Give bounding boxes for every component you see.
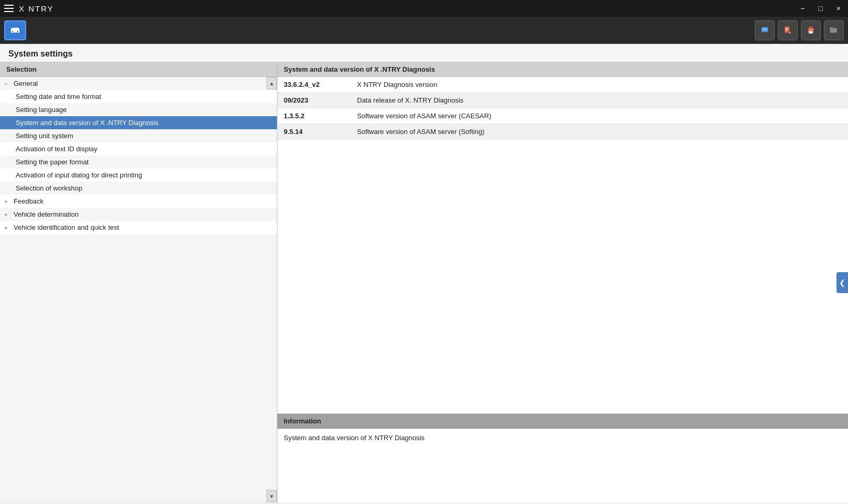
right-panel: System and data version of X .NTRY Diagn… bbox=[277, 62, 848, 502]
svg-rect-10 bbox=[809, 27, 813, 29]
tree-leaf-setting-paper[interactable]: Setting the paper format bbox=[0, 155, 277, 169]
tree-node-general: − General Setting date and time format S… bbox=[0, 77, 277, 195]
tree-node-feedback-header[interactable]: + Feedback bbox=[0, 195, 277, 208]
tree-node-general-label: General bbox=[14, 80, 38, 87]
expand-icon-vehicle-identification: + bbox=[4, 225, 10, 231]
table-row: 9.5.14 Software version of ASAM server (… bbox=[277, 124, 848, 140]
folder-icon-button[interactable] bbox=[824, 20, 844, 40]
tree-node-vehicle-determination: + Vehicle determination bbox=[0, 208, 277, 221]
tree-leaf-selection-workshop[interactable]: Selection of workshop bbox=[0, 182, 277, 195]
expand-icon-vehicle-determination: + bbox=[4, 211, 10, 218]
print-icon-button[interactable] bbox=[801, 20, 821, 40]
tree-area[interactable]: ▲ − General Setting date and time format… bbox=[0, 77, 277, 502]
toolbar-left bbox=[4, 20, 26, 40]
svg-rect-5 bbox=[786, 29, 789, 29]
svg-rect-11 bbox=[809, 29, 813, 30]
tree-scroll-down[interactable]: ▼ bbox=[266, 490, 277, 502]
info-header: Information bbox=[277, 414, 848, 429]
version-label: Software version of ASAM server (CAESAR) bbox=[357, 112, 491, 120]
version-label: Software version of ASAM server (Softing… bbox=[357, 128, 484, 136]
right-panel-main: System and data version of X .NTRY Diagn… bbox=[277, 62, 848, 413]
svg-rect-4 bbox=[786, 28, 789, 28]
minimize-button[interactable]: − bbox=[797, 3, 808, 14]
toolbar-right bbox=[755, 20, 844, 40]
left-panel: Selection ▲ − General Setting date and t… bbox=[0, 62, 277, 502]
tree-children-general: Setting date and time format Setting lan… bbox=[0, 90, 277, 195]
page-title: System settings bbox=[8, 49, 73, 58]
tree-node-vehicle-determination-header[interactable]: + Vehicle determination bbox=[0, 208, 277, 221]
close-button[interactable]: × bbox=[833, 3, 844, 14]
title-bar-controls: − □ × bbox=[797, 3, 844, 14]
tree-scroll-up[interactable]: ▲ bbox=[266, 77, 277, 89]
right-panel-header: System and data version of X .NTRY Diagn… bbox=[277, 62, 848, 77]
right-scroll-button[interactable]: ❮ bbox=[836, 272, 848, 293]
tree-node-feedback: + Feedback bbox=[0, 195, 277, 208]
doc1-icon-button[interactable] bbox=[778, 20, 798, 40]
expand-icon-feedback: + bbox=[4, 198, 10, 205]
tree-node-vehicle-determination-label: Vehicle determination bbox=[14, 210, 79, 218]
version-value: 33.6.2.4_v2 bbox=[284, 81, 357, 88]
main-content: Selection ▲ − General Setting date and t… bbox=[0, 62, 848, 502]
tree-node-feedback-label: Feedback bbox=[14, 197, 43, 205]
tree-leaf-setting-date-time[interactable]: Setting date and time format bbox=[0, 90, 277, 103]
tree-node-vehicle-identification-header[interactable]: + Vehicle identification and quick test bbox=[0, 221, 277, 234]
tree-node-vehicle-identification: + Vehicle identification and quick test bbox=[0, 221, 277, 234]
info-content: System and data version of X NTRY Diagno… bbox=[277, 429, 848, 502]
toolbar bbox=[0, 17, 848, 44]
tree-leaf-activation-input-dialog[interactable]: Activation of input dialog for direct pr… bbox=[0, 169, 277, 182]
version-value: 9.5.14 bbox=[284, 128, 357, 136]
tree-leaf-setting-language[interactable]: Setting language bbox=[0, 103, 277, 116]
tree-leaf-setting-unit[interactable]: Setting unit system bbox=[0, 129, 277, 142]
chat-icon bbox=[760, 26, 769, 35]
app-title: X NTRY bbox=[19, 4, 54, 13]
expand-icon-general: − bbox=[4, 81, 10, 87]
car-icon bbox=[9, 25, 21, 36]
title-bar: X NTRY − □ × bbox=[0, 0, 848, 17]
info-panel: Information System and data version of X… bbox=[277, 413, 848, 502]
version-label: X NTRY Diagnosis version bbox=[357, 81, 437, 88]
maximize-button[interactable]: □ bbox=[815, 3, 825, 14]
car-icon-button[interactable] bbox=[4, 20, 26, 40]
folder-icon bbox=[829, 26, 839, 35]
selection-header: Selection bbox=[0, 62, 277, 77]
data-table: 33.6.2.4_v2 X NTRY Diagnosis version 09/… bbox=[277, 77, 848, 413]
table-row: 1.3.5.2 Software version of ASAM server … bbox=[277, 108, 848, 124]
svg-rect-9 bbox=[809, 31, 813, 33]
chat-icon-button[interactable] bbox=[755, 20, 775, 40]
right-panel-wrapper: System and data version of X .NTRY Diagn… bbox=[277, 62, 848, 502]
print-icon bbox=[806, 26, 816, 35]
table-row: 09/2023 Data release of X. NTRY Diagnosi… bbox=[277, 93, 848, 108]
svg-point-12 bbox=[813, 29, 814, 30]
page-header: System settings bbox=[0, 44, 848, 62]
title-bar-left: X NTRY bbox=[4, 4, 54, 13]
svg-rect-6 bbox=[786, 30, 788, 31]
hamburger-menu[interactable] bbox=[4, 5, 14, 12]
version-label: Data release of X. NTRY Diagnosis bbox=[357, 96, 463, 104]
svg-rect-1 bbox=[764, 29, 765, 30]
tree-leaf-system-data-version[interactable]: System and data version of X .NTRY Diagn… bbox=[0, 116, 277, 129]
svg-rect-2 bbox=[766, 29, 767, 30]
version-value: 09/2023 bbox=[284, 96, 357, 104]
tree-node-vehicle-identification-label: Vehicle identification and quick test bbox=[14, 223, 119, 231]
tree-node-general-header[interactable]: − General bbox=[0, 77, 277, 90]
table-row: 33.6.2.4_v2 X NTRY Diagnosis version bbox=[277, 77, 848, 93]
version-value: 1.3.5.2 bbox=[284, 112, 357, 120]
tree-leaf-activation-text-id[interactable]: Activation of text ID display bbox=[0, 142, 277, 155]
svg-rect-0 bbox=[763, 29, 764, 30]
document1-icon bbox=[783, 26, 793, 35]
